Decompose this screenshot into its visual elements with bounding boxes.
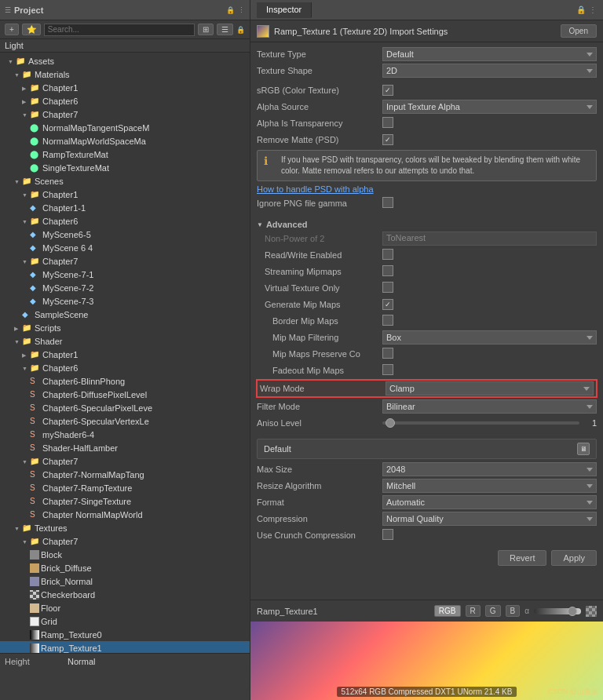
mip-preserve-checkbox[interactable] bbox=[382, 348, 393, 359]
format-select[interactable]: Automatic bbox=[382, 495, 597, 509]
r-button[interactable]: R bbox=[466, 605, 481, 617]
tree-sh-half[interactable]: S Shader-HalfLamber bbox=[0, 441, 250, 454]
tree-shader-ch7[interactable]: 📁 Chapter7 bbox=[0, 454, 250, 468]
mip-filter-value[interactable]: Box bbox=[382, 330, 597, 345]
tree-myscene7-2[interactable]: ◆ MyScene-7-2 bbox=[0, 281, 250, 294]
tree-myscene6-5[interactable]: ◆ MyScene6-5 bbox=[0, 228, 250, 241]
mip-preserve-checkbox-container[interactable] bbox=[382, 348, 597, 360]
streaming-checkbox-container[interactable] bbox=[382, 265, 597, 278]
alpha-source-select[interactable]: Input Texture Alpha bbox=[382, 100, 597, 114]
tree-tex-grid[interactable]: Grid bbox=[0, 614, 250, 628]
tree-nmworld[interactable]: ⬤ NormalMapWorldSpaceMa bbox=[0, 134, 250, 148]
tree-normalmap[interactable]: ⬤ NormalMapTangentSpaceM bbox=[0, 121, 250, 134]
ignore-png-checkbox-container[interactable] bbox=[382, 197, 597, 210]
tree-ch1-1[interactable]: ◆ Chapter1-1 bbox=[0, 201, 250, 214]
rgb-button[interactable]: RGB bbox=[434, 605, 461, 617]
tree-sh-ch7-nm[interactable]: S Chapter7-NormalMapTang bbox=[0, 468, 250, 481]
alpha-trans-checkbox[interactable] bbox=[382, 117, 393, 128]
remove-matte-checkbox[interactable] bbox=[382, 134, 393, 145]
wrap-mode-select[interactable]: Clamp bbox=[386, 381, 594, 396]
texture-type-select[interactable]: Default bbox=[382, 47, 597, 61]
filter-button[interactable]: ☰ bbox=[217, 24, 233, 35]
alpha-source-value[interactable]: Input Texture Alpha bbox=[382, 100, 597, 114]
advanced-section-header[interactable]: ▼ Advanced bbox=[257, 220, 597, 229]
favorites-button[interactable]: ⭐ bbox=[22, 24, 41, 35]
virtual-checkbox-container[interactable] bbox=[382, 282, 597, 294]
gen-mipmaps-checkbox[interactable] bbox=[382, 299, 393, 310]
streaming-checkbox[interactable] bbox=[382, 265, 393, 276]
crunch-checkbox[interactable] bbox=[382, 529, 393, 540]
virtual-checkbox[interactable] bbox=[382, 282, 393, 293]
apply-button[interactable]: Apply bbox=[551, 550, 597, 566]
texture-type-value[interactable]: Default bbox=[382, 47, 597, 61]
texture-shape-value[interactable]: 2D bbox=[382, 64, 597, 78]
border-mip-checkbox[interactable] bbox=[382, 315, 393, 326]
tree-tex-ramp0[interactable]: Ramp_Texture0 bbox=[0, 628, 250, 641]
tree-myscene7-3[interactable]: ◆ MyScene-7-3 bbox=[0, 294, 250, 308]
psd-alpha-link[interactable]: How to handle PSD with alpha bbox=[257, 184, 597, 194]
tree-scenes-ch7[interactable]: 📁 Chapter7 bbox=[0, 254, 250, 268]
tree-materials[interactable]: 📁 Materials bbox=[0, 67, 250, 81]
tree-sh-ch7-st[interactable]: S Chapter7-SingeTexture bbox=[0, 494, 250, 508]
max-size-value[interactable]: 2048 bbox=[382, 462, 597, 476]
tree-singlemat[interactable]: ⬤ SingleTextureMat bbox=[0, 161, 250, 174]
tree-shader-ch6[interactable]: 📁 Chapter6 bbox=[0, 361, 250, 374]
tree-rampmat[interactable]: ⬤ RampTextureMat bbox=[0, 148, 250, 161]
tree-sh-ch7-nm2[interactable]: S Chapter NormalMapWorld bbox=[0, 508, 250, 521]
tree-tex-floor[interactable]: Floor bbox=[0, 601, 250, 614]
max-size-select[interactable]: 2048 bbox=[382, 462, 597, 476]
tree-ch1[interactable]: 📁 Chapter1 bbox=[0, 81, 250, 94]
tree-shader[interactable]: 📁 Shader bbox=[0, 334, 250, 348]
tree-tex-checker[interactable]: Checkerboard bbox=[0, 588, 250, 601]
project-tree[interactable]: 📁 Assets 📁 Materials 📁 Chapter1 📁 Chapte… bbox=[0, 53, 250, 653]
tree-myscene7-1[interactable]: ◆ MyScene-7-1 bbox=[0, 268, 250, 281]
search-input[interactable] bbox=[44, 24, 195, 36]
revert-button[interactable]: Revert bbox=[498, 550, 546, 566]
rw-checkbox-container[interactable] bbox=[382, 249, 597, 261]
srgb-checkbox[interactable] bbox=[382, 85, 393, 96]
tree-scenes-ch6[interactable]: 📁 Chapter6 bbox=[0, 214, 250, 228]
gen-mipmaps-checkbox-container[interactable] bbox=[382, 299, 597, 310]
add-button[interactable]: + bbox=[5, 24, 19, 35]
tab-inspector[interactable]: Inspector bbox=[257, 2, 312, 18]
compression-select[interactable]: Normal Quality bbox=[382, 512, 597, 526]
wrap-mode-value[interactable]: Clamp bbox=[386, 381, 594, 396]
tree-tex-brick-d[interactable]: Brick_Diffuse bbox=[0, 561, 250, 574]
tree-samplescene[interactable]: ◆ SampleScene bbox=[0, 308, 250, 321]
filter-mode-value[interactable]: Bilinear bbox=[382, 399, 597, 414]
tree-sh-specvtx[interactable]: S Chapter6-SpecularVertexLe bbox=[0, 414, 250, 428]
rw-checkbox[interactable] bbox=[382, 249, 393, 260]
ignore-png-checkbox[interactable] bbox=[382, 197, 393, 208]
resize-select[interactable]: Mitchell bbox=[382, 479, 597, 493]
format-value[interactable]: Automatic bbox=[382, 495, 597, 509]
tree-textures[interactable]: 📁 Textures bbox=[0, 521, 250, 534]
fadeout-checkbox[interactable] bbox=[382, 364, 393, 375]
fadeout-checkbox-container[interactable] bbox=[382, 364, 597, 377]
tree-tex-ch7[interactable]: 📁 Chapter7 bbox=[0, 534, 250, 548]
border-mip-checkbox-container[interactable] bbox=[382, 315, 597, 327]
crunch-checkbox-container[interactable] bbox=[382, 529, 597, 541]
compression-value[interactable]: Normal Quality bbox=[382, 512, 597, 526]
tree-sh-ch7-rt[interactable]: S Chapter7-RampTexture bbox=[0, 481, 250, 494]
tree-tex-brick-n[interactable]: Brick_Normal bbox=[0, 574, 250, 588]
alpha-trans-checkbox-container[interactable] bbox=[382, 117, 597, 129]
tree-tex-ramp1[interactable]: Ramp_Texture1 bbox=[0, 641, 250, 653]
tree-ch7-mat[interactable]: 📁 Chapter7 bbox=[0, 108, 250, 121]
aniso-slider[interactable] bbox=[382, 421, 579, 425]
srgb-checkbox-container[interactable] bbox=[382, 85, 597, 96]
tree-sh-my4[interactable]: S myShader6-4 bbox=[0, 428, 250, 441]
b-button[interactable]: B bbox=[506, 605, 521, 617]
tree-sh-diffuse[interactable]: S Chapter6-DiffusePixelLevel bbox=[0, 388, 250, 401]
tree-shader-ch1[interactable]: 📁 Chapter1 bbox=[0, 348, 250, 361]
aniso-slider-container[interactable]: 1 bbox=[382, 418, 597, 428]
g-button[interactable]: G bbox=[485, 605, 501, 617]
resize-value[interactable]: Mitchell bbox=[382, 479, 597, 493]
texture-shape-select[interactable]: 2D bbox=[382, 64, 597, 78]
tree-ch6[interactable]: 📁 Chapter6 bbox=[0, 94, 250, 108]
mip-filter-select[interactable]: Box bbox=[382, 330, 597, 345]
tree-tex-block[interactable]: Block bbox=[0, 548, 250, 561]
filter-mode-select[interactable]: Bilinear bbox=[382, 399, 597, 414]
tree-scripts[interactable]: 📁 Scripts bbox=[0, 321, 250, 334]
assets-root[interactable]: 📁 Assets bbox=[0, 54, 250, 67]
tree-sh-specpix[interactable]: S Chapter6-SpecularPixelLeve bbox=[0, 401, 250, 414]
